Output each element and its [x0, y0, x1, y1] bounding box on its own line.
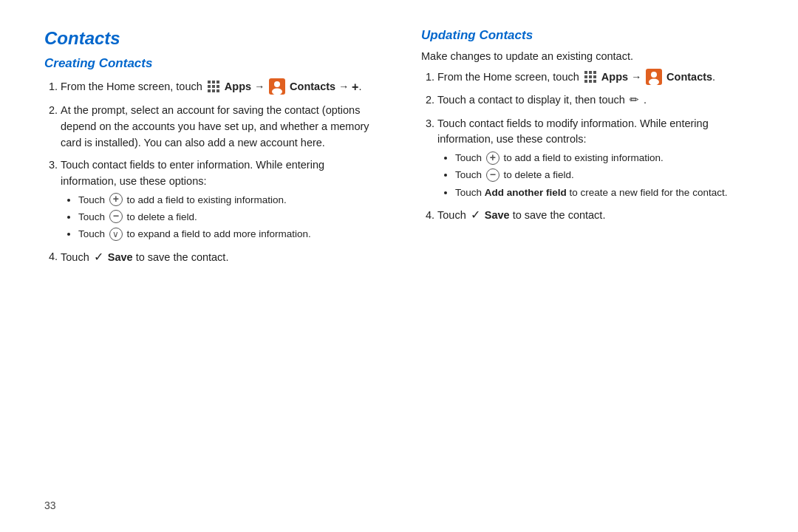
minus-icon-left: −	[109, 210, 123, 223]
svg-rect-17	[593, 75, 596, 78]
svg-rect-16	[589, 75, 592, 78]
svg-rect-20	[593, 80, 596, 83]
right-intro: Make changes to update an existing conta…	[421, 50, 754, 62]
left-step-2: At the prompt, select an account for sav…	[61, 103, 377, 151]
rstep1-arrow: →	[631, 71, 644, 83]
step1-contacts-label: Contacts	[290, 81, 335, 92]
svg-rect-4	[212, 85, 215, 88]
right-step-3: Touch contact fields to modify informati…	[437, 116, 754, 200]
left-steps-list: From the Home screen, touch	[44, 78, 377, 267]
minus-icon-right: −	[486, 168, 499, 182]
left-column: Contacts Creating Contacts From the Home…	[44, 28, 377, 504]
chevron-icon-left: ∨	[109, 228, 123, 241]
step4-save-label-left: Save	[108, 250, 133, 262]
page-number: 33	[44, 499, 56, 511]
rstep4-save-label: Save	[485, 209, 510, 221]
svg-rect-13	[589, 71, 592, 74]
svg-rect-2	[216, 81, 219, 83]
svg-rect-3	[208, 85, 211, 88]
contact-icon-left1	[269, 78, 285, 95]
rstep1-apps-label: Apps	[601, 71, 628, 83]
svg-rect-0	[208, 81, 211, 83]
left-step-1: From the Home screen, touch	[61, 78, 377, 96]
plus-icon-left: +	[109, 193, 123, 206]
left-bullet-1: Touch + to add a field to existing infor…	[78, 193, 377, 208]
left-section-title: Creating Contacts	[44, 56, 377, 71]
left-bullet-2: Touch − to delete a field.	[78, 210, 377, 225]
svg-rect-5	[216, 85, 219, 88]
right-step-2: Touch a contact to display it, then touc…	[437, 92, 754, 109]
step1-arrow2: →	[338, 81, 352, 92]
svg-rect-19	[589, 80, 592, 83]
rstep1-period: .	[712, 71, 715, 83]
plus-sign-left: +	[352, 81, 358, 93]
right-step-4: Touch ✓ Save to save the contact.	[437, 207, 754, 225]
svg-rect-1	[212, 81, 215, 83]
svg-rect-7	[212, 89, 215, 92]
right-bullet-1: Touch + to add a field to existing infor…	[455, 151, 754, 166]
right-step3-bullets: Touch + to add a field to existing infor…	[437, 151, 754, 200]
rstep1-text-from: From the Home screen, touch	[437, 71, 582, 83]
plus-icon-right: +	[486, 151, 499, 165]
svg-rect-6	[208, 89, 211, 92]
step1-arrow1: →	[254, 81, 267, 92]
svg-point-10	[274, 81, 280, 87]
svg-point-22	[651, 72, 657, 78]
svg-rect-15	[584, 75, 587, 78]
rstep3-intro: Touch contact fields to modify informati…	[437, 117, 709, 146]
right-bullet-2: Touch − to delete a field.	[455, 168, 754, 183]
step1-apps-label: Apps	[225, 81, 251, 92]
contact-icon-right1	[646, 69, 662, 85]
pencil-icon-right: ✏	[630, 92, 639, 109]
left-step3-bullets: Touch + to add a field to existing infor…	[61, 193, 377, 242]
right-column: Updating Contacts Make changes to update…	[421, 28, 754, 504]
step1-text-from: From the Home screen, touch	[61, 81, 205, 92]
left-bullet-3: Touch ∨ to expand a field to add more in…	[78, 227, 377, 242]
step3-intro: Touch contact fields to enter informatio…	[61, 159, 324, 187]
left-title: Contacts	[44, 28, 377, 49]
svg-rect-14	[593, 71, 596, 74]
apps-icon-right	[584, 70, 597, 83]
left-step-3: Touch contact fields to enter informatio…	[61, 157, 377, 242]
step1-period: .	[358, 81, 361, 92]
step2-text: At the prompt, select an account for sav…	[61, 104, 369, 149]
svg-rect-8	[216, 89, 219, 92]
two-column-layout: Contacts Creating Contacts From the Home…	[44, 28, 754, 504]
page: Contacts Creating Contacts From the Home…	[0, 0, 798, 532]
right-bullet-3: Touch Add another field to create a new …	[455, 185, 754, 200]
left-step-4: Touch ✓ Save to save the contact.	[61, 249, 377, 267]
rstep1-contacts-label: Contacts	[666, 71, 712, 83]
apps-icon-left	[207, 80, 220, 93]
add-another-field-label: Add another field	[485, 187, 567, 198]
check-icon-right: ✓	[471, 206, 480, 224]
right-title: Updating Contacts	[421, 28, 754, 43]
right-steps-list: From the Home screen, touch	[421, 69, 754, 225]
svg-rect-18	[584, 80, 587, 83]
svg-rect-12	[584, 71, 587, 74]
right-step-1: From the Home screen, touch	[437, 69, 754, 86]
check-icon-left: ✓	[94, 248, 103, 266]
